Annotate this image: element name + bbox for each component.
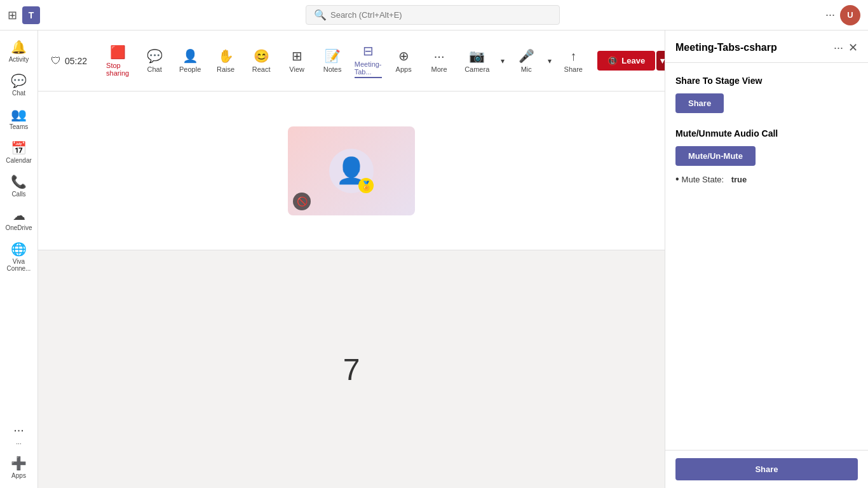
activity-icon: 🔔 bbox=[11, 39, 27, 55]
teams-logo: T bbox=[22, 6, 40, 24]
sidebar-item-label: OneDrive bbox=[5, 224, 32, 231]
panel-close-button[interactable]: ✕ bbox=[848, 41, 858, 55]
sidebar: 🔔 Activity 💬 Chat 👥 Teams 📅 Calendar 📞 C… bbox=[0, 30, 38, 488]
grid-icon[interactable]: ⊞ bbox=[8, 8, 17, 22]
toolbar-meeting-tabs-icon: ⊟ bbox=[363, 43, 374, 58]
toolbar-chat-label: Chat bbox=[147, 65, 162, 73]
panel-footer: Share bbox=[665, 450, 868, 488]
toolbar-meeting-tabs-label: Meeting-Tab... bbox=[355, 60, 382, 78]
stop-label: Stop sharing bbox=[106, 62, 129, 77]
toolbar-mic-button[interactable]: 🎤 Mic bbox=[510, 44, 543, 77]
toolbar-camera-button[interactable]: 📷 Camera bbox=[458, 44, 496, 77]
top-bar-center: 🔍 bbox=[40, 5, 825, 25]
mute-section: Mute/Unmute Audio Call Mute/Un-Mute • Mu… bbox=[675, 128, 858, 185]
timer-display: 05:22 bbox=[65, 56, 87, 66]
badge-icon: 🏅 bbox=[358, 178, 374, 193]
stop-sharing-button[interactable]: 🟥 Stop sharing bbox=[100, 41, 135, 81]
sidebar-item-activity[interactable]: 🔔 Activity bbox=[3, 36, 36, 67]
toolbar-view-button[interactable]: ⊞ View bbox=[280, 44, 313, 77]
sidebar-item-calls[interactable]: 📞 Calls bbox=[3, 170, 36, 201]
search-input[interactable] bbox=[330, 10, 552, 20]
teams-icon: 👥 bbox=[11, 107, 27, 122]
sidebar-item-label: Activity bbox=[9, 56, 29, 63]
sidebar-item-chat[interactable]: 💬 Chat bbox=[3, 69, 36, 100]
sidebar-item-vivaconnect[interactable]: 🌐 Viva Conne... bbox=[3, 238, 36, 276]
sidebar-item-calendar[interactable]: 📅 Calendar bbox=[3, 137, 36, 168]
leave-dropdown-button[interactable]: ▾ bbox=[656, 51, 665, 71]
toolbar-apps-button[interactable]: ⊕ Apps bbox=[387, 44, 420, 77]
shield-icon: 🛡 bbox=[51, 55, 61, 67]
toolbar-meeting-tabs-button[interactable]: ⊟ Meeting-Tab... bbox=[351, 39, 384, 82]
mute-state-display: • Mute State: true bbox=[675, 173, 858, 185]
meeting-toolbar: 🛡 05:22 🟥 Stop sharing 💬 Chat 👤 People ✋ bbox=[38, 30, 665, 92]
toolbar-more-label: More bbox=[431, 65, 447, 73]
center-number: 7 bbox=[343, 352, 360, 387]
participant-avatar: 👤 🏅 bbox=[329, 149, 374, 193]
toolbar-react-button[interactable]: 😊 React bbox=[245, 44, 278, 77]
mute-indicator: 🚫 bbox=[293, 193, 311, 210]
sidebar-item-label: Calendar bbox=[6, 157, 32, 164]
mic-chevron-icon[interactable]: ▾ bbox=[545, 54, 554, 68]
vivaconnect-icon: 🌐 bbox=[11, 241, 27, 257]
share-to-stage-button[interactable]: Share bbox=[675, 93, 724, 113]
sidebar-item-more[interactable]: ··· ... bbox=[3, 419, 36, 449]
toolbar-react-label: React bbox=[252, 65, 271, 73]
search-box[interactable]: 🔍 bbox=[306, 5, 560, 25]
toolbar-apps-icon: ⊕ bbox=[398, 48, 409, 64]
camera-icon: 📷 bbox=[469, 48, 485, 64]
panel-header-icons: ··· ✕ bbox=[834, 41, 858, 55]
sidebar-item-label: Teams bbox=[10, 123, 28, 130]
toolbar-view-icon: ⊞ bbox=[292, 48, 302, 64]
more-icon: ··· bbox=[13, 423, 24, 437]
calls-icon: 📞 bbox=[11, 174, 27, 189]
camera-chevron-icon[interactable]: ▾ bbox=[498, 54, 507, 68]
top-bar: ⊞ T 🔍 ··· U bbox=[0, 0, 868, 30]
share-label: Share bbox=[564, 65, 583, 73]
mic-icon: 🎤 bbox=[519, 48, 534, 64]
toolbar-people-label: People bbox=[179, 65, 201, 73]
panel-header: Meeting-Tabs-csharp ··· ✕ bbox=[665, 30, 868, 63]
sidebar-item-label: Apps bbox=[11, 472, 26, 479]
sidebar-item-apps[interactable]: ➕ Apps bbox=[3, 452, 36, 483]
share-to-stage-heading: Share To Stage View bbox=[675, 76, 858, 86]
stop-icon: 🟥 bbox=[110, 44, 126, 60]
camera-label: Camera bbox=[465, 65, 489, 73]
toolbar-react-icon: 😊 bbox=[254, 48, 269, 64]
toolbar-raise-icon: ✋ bbox=[218, 48, 234, 64]
mute-unmute-button[interactable]: Mute/Un-Mute bbox=[675, 146, 756, 166]
sidebar-item-teams[interactable]: 👥 Teams bbox=[3, 103, 36, 134]
sidebar-item-label: Calls bbox=[11, 191, 25, 198]
toolbar-view-label: View bbox=[289, 65, 304, 73]
toolbar-chat-button[interactable]: 💬 Chat bbox=[138, 44, 171, 77]
toolbar-share-button[interactable]: ↑ Share bbox=[557, 45, 590, 77]
sidebar-item-onedrive[interactable]: ☁ OneDrive bbox=[3, 204, 36, 235]
mic-label: Mic bbox=[521, 65, 532, 73]
leave-button[interactable]: 📵 Leave bbox=[597, 51, 655, 71]
avatar[interactable]: U bbox=[840, 5, 860, 25]
toolbar-notes-icon: 📝 bbox=[325, 48, 341, 64]
video-top: 👤 🏅 🚫 bbox=[38, 92, 665, 250]
top-bar-left: ⊞ T bbox=[8, 6, 40, 24]
top-bar-right: ··· U bbox=[825, 5, 860, 25]
panel-footer-share-button[interactable]: Share bbox=[675, 458, 858, 480]
toolbar-chat-icon: 💬 bbox=[147, 48, 163, 64]
toolbar-raise-button[interactable]: ✋ Raise bbox=[209, 44, 242, 77]
toolbar-notes-label: Notes bbox=[323, 65, 342, 73]
onedrive-icon: ☁ bbox=[13, 208, 25, 223]
sidebar-item-label: ... bbox=[16, 438, 21, 445]
mute-mic-icon: 🚫 bbox=[297, 196, 308, 207]
chat-icon: 💬 bbox=[11, 73, 27, 88]
more-options-icon[interactable]: ··· bbox=[825, 8, 835, 22]
toolbar-people-button[interactable]: 👤 People bbox=[173, 44, 207, 77]
phone-hang-up-icon: 📵 bbox=[607, 56, 618, 65]
panel-title: Meeting-Tabs-csharp bbox=[675, 42, 777, 53]
sidebar-item-label: Viva Conne... bbox=[5, 258, 33, 272]
toolbar-more-icon: ··· bbox=[434, 49, 445, 64]
mute-state-value: true bbox=[731, 175, 747, 184]
toolbar-notes-button[interactable]: 📝 Notes bbox=[316, 44, 349, 77]
panel-more-button[interactable]: ··· bbox=[834, 41, 843, 55]
participant-card: 👤 🏅 🚫 bbox=[288, 126, 415, 215]
toolbar-more-button[interactable]: ··· More bbox=[423, 45, 456, 77]
video-content: 👤 🏅 🚫 7 bbox=[38, 92, 665, 488]
video-bottom: 7 bbox=[38, 250, 665, 488]
